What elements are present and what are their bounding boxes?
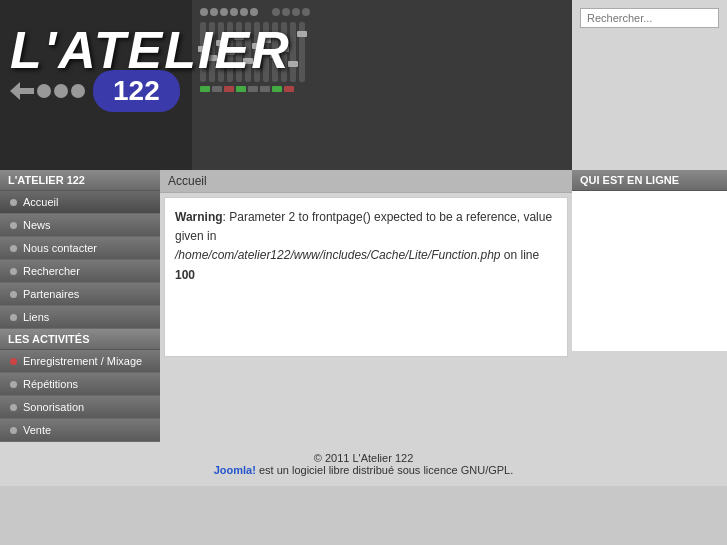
fader-knob bbox=[302, 8, 310, 16]
sidebar-bullet bbox=[10, 199, 17, 206]
sidebar-bullet bbox=[10, 222, 17, 229]
header-banner: L'ATELIER 122 bbox=[0, 0, 572, 170]
mixer-faders bbox=[200, 8, 564, 16]
warning-line: 100 bbox=[175, 268, 195, 282]
sidebar-item-sonorisation[interactable]: Sonorisation bbox=[0, 396, 160, 419]
footer-copyright: © 2011 L'Atelier 122 bbox=[10, 452, 717, 464]
sidebar-label-liens: Liens bbox=[23, 311, 49, 323]
fader-knob bbox=[210, 8, 218, 16]
warning-file: /home/com/atelier122/www/includes/Cache/… bbox=[175, 248, 501, 262]
sidebar-bullet bbox=[10, 381, 17, 388]
sidebar-bullet bbox=[10, 404, 17, 411]
sidebar-label-partenaires: Partenaires bbox=[23, 288, 79, 300]
warning-text: Warning: Parameter 2 to frontpage() expe… bbox=[175, 208, 557, 285]
breadcrumb: Accueil bbox=[160, 170, 572, 193]
search-input[interactable] bbox=[580, 8, 719, 28]
sidebar-bullet-red bbox=[10, 358, 17, 365]
sidebar-label-vente: Vente bbox=[23, 424, 51, 436]
sidebar-item-rechercher[interactable]: Rechercher bbox=[0, 260, 160, 283]
sidebar: L'ATELIER 122 Accueil News Nous contacte… bbox=[0, 170, 160, 442]
sidebar-bullet bbox=[10, 291, 17, 298]
circle-icon bbox=[54, 84, 68, 98]
footer-joomla-brand: Joomla! bbox=[214, 464, 256, 476]
logo-main: ATELIER bbox=[58, 21, 291, 79]
circle-icon bbox=[37, 84, 51, 98]
fader-knob bbox=[200, 8, 208, 16]
sidebar-item-partenaires[interactable]: Partenaires bbox=[0, 283, 160, 306]
top-wrapper: L'ATELIER 122 bbox=[0, 0, 727, 170]
sidebar-item-accueil[interactable]: Accueil bbox=[0, 191, 160, 214]
right-panel: QUI EST EN LIGNE bbox=[572, 170, 727, 442]
circle-icon bbox=[71, 84, 85, 98]
content-area: Accueil Warning: Parameter 2 to frontpag… bbox=[160, 170, 572, 442]
warning-label: Warning bbox=[175, 210, 223, 224]
sidebar-item-enregistrement[interactable]: Enregistrement / Mixage bbox=[0, 350, 160, 373]
sidebar-item-repetitions[interactable]: Répétitions bbox=[0, 373, 160, 396]
fader-knob bbox=[240, 8, 248, 16]
sidebar-bullet bbox=[10, 245, 17, 252]
svg-marker-0 bbox=[10, 82, 34, 100]
logo-apostrophe: L' bbox=[10, 21, 58, 79]
fader-knob bbox=[250, 8, 258, 16]
warning-message: : Parameter 2 to frontpage() expected to… bbox=[175, 210, 552, 243]
sidebar-label-news: News bbox=[23, 219, 51, 231]
fader-group bbox=[200, 8, 258, 16]
arrow-icon bbox=[10, 82, 34, 100]
logo-number: 122 bbox=[113, 75, 160, 106]
sidebar-section-2-header: LES ACTIVITÉS bbox=[0, 329, 160, 350]
right-panel-body bbox=[572, 191, 727, 351]
sidebar-bullet bbox=[10, 268, 17, 275]
slider-track bbox=[299, 22, 305, 82]
logo-arrow-bullets bbox=[10, 82, 85, 100]
fader-knob bbox=[230, 8, 238, 16]
sidebar-label-contact: Nous contacter bbox=[23, 242, 97, 254]
sidebar-label-repetitions: Répétitions bbox=[23, 378, 78, 390]
content-body: Warning: Parameter 2 to frontpage() expe… bbox=[164, 197, 568, 357]
footer-joomla-line: Joomla! est un logiciel libre distribué … bbox=[10, 464, 717, 476]
footer-joomla-text: est un logiciel libre distribué sous lic… bbox=[256, 464, 513, 476]
sidebar-label-enregistrement: Enregistrement / Mixage bbox=[23, 355, 142, 367]
fader-knob bbox=[272, 8, 280, 16]
fader-knob bbox=[282, 8, 290, 16]
header-search-panel bbox=[572, 0, 727, 170]
warning-on: on line bbox=[501, 248, 540, 262]
sidebar-label-rechercher: Rechercher bbox=[23, 265, 80, 277]
sidebar-label-accueil: Accueil bbox=[23, 196, 58, 208]
sidebar-label-sonorisation: Sonorisation bbox=[23, 401, 84, 413]
sidebar-item-liens[interactable]: Liens bbox=[0, 306, 160, 329]
sidebar-bullet bbox=[10, 314, 17, 321]
fader-knob bbox=[292, 8, 300, 16]
sidebar-bullet bbox=[10, 427, 17, 434]
fader-knob bbox=[220, 8, 228, 16]
sidebar-item-vente[interactable]: Vente bbox=[0, 419, 160, 442]
footer: © 2011 L'Atelier 122 Joomla! est un logi… bbox=[0, 442, 727, 486]
banner-logo: L'ATELIER 122 bbox=[10, 20, 291, 112]
right-panel-header: QUI EST EN LIGNE bbox=[572, 170, 727, 191]
logo-number-badge: 122 bbox=[93, 70, 180, 112]
sidebar-item-contact[interactable]: Nous contacter bbox=[0, 237, 160, 260]
main-wrapper: L'ATELIER 122 Accueil News Nous contacte… bbox=[0, 170, 727, 442]
sidebar-section-1-header: L'ATELIER 122 bbox=[0, 170, 160, 191]
sidebar-item-news[interactable]: News bbox=[0, 214, 160, 237]
